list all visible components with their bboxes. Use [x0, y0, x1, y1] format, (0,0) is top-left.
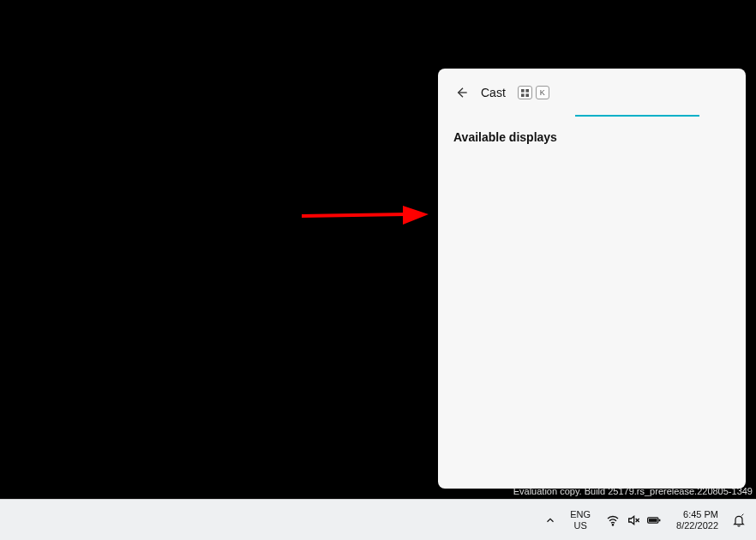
lang-primary: ENG: [570, 509, 591, 520]
shortcut-hint: K: [518, 86, 549, 99]
svg-rect-11: [659, 519, 661, 520]
lang-secondary: US: [574, 520, 587, 531]
wifi-icon: [606, 513, 620, 527]
svg-rect-5: [521, 93, 525, 97]
notifications-button[interactable]: [727, 503, 751, 537]
desktop-background: Cast K Available displays Evaluation cop…: [0, 0, 756, 499]
back-button[interactable]: [453, 85, 469, 100]
chevron-up-icon: [544, 514, 556, 526]
svg-rect-4: [525, 89, 529, 93]
windows-key-icon: [518, 86, 532, 99]
watermark-build: Evaluation copy. Build 25179.rs_prerelea…: [513, 485, 753, 497]
taskbar: ENG US 6:45 PM 8/22/2022: [0, 499, 756, 540]
shortcut-key-k: K: [536, 86, 549, 99]
arrow-left-icon: [454, 86, 468, 99]
svg-rect-3: [521, 89, 525, 93]
annotation-arrow: [302, 206, 430, 231]
language-indicator[interactable]: ENG US: [563, 503, 597, 537]
windows-logo-icon: [521, 89, 529, 97]
svg-point-7: [612, 524, 613, 525]
cast-panel: Cast K Available displays: [438, 69, 746, 489]
system-tray-cluster[interactable]: [599, 503, 668, 537]
tray-overflow-button[interactable]: [539, 503, 561, 537]
available-displays-heading: Available displays: [453, 130, 730, 144]
desktop-watermark: Evaluation copy. Build 25179.rs_prerelea…: [513, 485, 753, 497]
svg-line-0: [302, 214, 406, 216]
clock[interactable]: 6:45 PM 8/22/2022: [669, 503, 725, 537]
bell-icon: [732, 513, 746, 527]
cast-header: Cast K: [453, 82, 730, 103]
clock-time: 6:45 PM: [683, 509, 718, 520]
progress-indicator: [575, 115, 699, 117]
clock-date: 8/22/2022: [676, 520, 718, 531]
svg-marker-1: [403, 206, 429, 225]
svg-rect-12: [649, 519, 657, 522]
cast-title: Cast: [481, 86, 506, 99]
progress-bar: [453, 115, 730, 117]
battery-icon: [647, 513, 661, 527]
volume-muted-icon: [627, 513, 640, 527]
svg-rect-6: [525, 93, 529, 97]
